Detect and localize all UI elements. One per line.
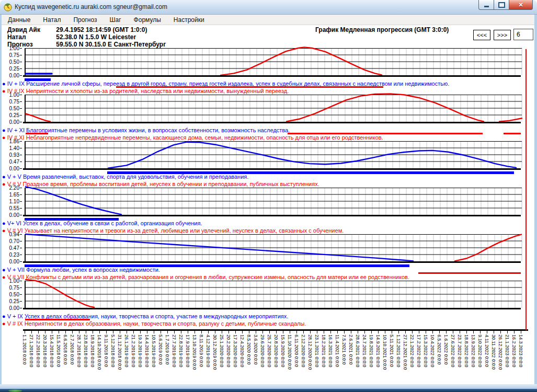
next-page-button[interactable]: >>> [494, 30, 511, 40]
date-label: 28.12.2020 0:0:0 [307, 335, 313, 370]
y-tick-label: 0.55 [0, 205, 22, 211]
date-tick [351, 331, 351, 333]
maximize-icon [498, 2, 505, 8]
window-border-left [0, 15, 2, 384]
chart-panel-V-VII: 0.940.700.470.230.00●V + VII Формула люб… [0, 234, 537, 281]
date-label: 7.5.2021 0:0:0 [341, 335, 347, 365]
date-tick [466, 331, 467, 333]
curve [221, 47, 382, 75]
menu-item-3[interactable]: Прогноз [67, 16, 103, 24]
date-label: 1.6.2022 0:0:0 [443, 335, 449, 365]
date-label: 14.4.2019 0:0:0 [144, 335, 150, 367]
y-tick-label: 0.25 [0, 112, 22, 118]
start-orb-hint [8, 389, 22, 392]
date-tick [330, 331, 331, 333]
date-label: 21.2.2019 0:0:0 [131, 335, 136, 367]
date-tick [99, 331, 100, 333]
step-input[interactable] [513, 29, 533, 40]
date-tick [127, 331, 127, 333]
formula-caption: ●V # VI Указывает на неприятности и трев… [2, 227, 530, 235]
date-label: 26.1.2019 0:0:0 [124, 335, 129, 367]
menu-item-6[interactable]: Настройки [167, 16, 211, 24]
y-tick-label: 0.50 [0, 106, 22, 111]
date-label: 30.11.2022 0:0:0 [491, 335, 496, 370]
formula-caption: ●V+ VI Успех в делах, обучение в связи с… [2, 220, 530, 227]
date-label: 16.2.2023 0:0:0 [511, 335, 517, 367]
date-tick [276, 331, 277, 333]
chart-panel-IV-XI: 1.000.750.500.250.00●IV + XI Благоприятн… [0, 95, 537, 141]
date-label: 18.2.2021 0:0:0 [321, 335, 326, 367]
window-border-bottom [0, 384, 537, 389]
formula-caption: ●IV # XI Неблагоприятные непредвиденные … [2, 134, 530, 142]
natal-label: Натал [7, 33, 54, 41]
y-tick-label: 0.25 [0, 66, 22, 72]
chart-title: График Медленная прогрессия (GMT 3:0:0) [315, 26, 449, 33]
menu-item-4[interactable]: Шаг [104, 16, 128, 24]
date-label: 15.9.2020 0:0:0 [280, 335, 285, 367]
date-label: 11.4.2021 0:0:0 [335, 335, 340, 367]
window-border-right [534, 15, 537, 384]
plot-grid [25, 48, 522, 75]
date-label: 10.5.2019 0:0:0 [151, 335, 156, 367]
close-button[interactable]: ✕ [509, 0, 533, 10]
date-tick [222, 331, 222, 333]
y-tick-label: 0.00 [0, 166, 22, 171]
menu-item-2[interactable]: Натал [37, 16, 67, 24]
date-label: 10.4.2022 0:0:0 [430, 335, 435, 367]
date-tick [52, 331, 52, 333]
minimize-button[interactable] [478, 0, 494, 10]
date-label: 27.12.2021 0:0:0 [403, 335, 408, 370]
person-birth-data: 29.4.1952 18:14:59 (GMT 1:0:0) [56, 26, 147, 33]
formula-caption-text: IV # IX Неприятности и хлопоты из-за род… [7, 88, 289, 94]
date-tick [324, 331, 324, 333]
date-tick [201, 331, 202, 333]
chart-panel-V-IX: 1.000.750.500.250.00●V + IX Успех в дела… [0, 281, 537, 327]
date-label: 31.12.2018 0:0:0 [117, 335, 122, 370]
y-tick-label: 0.00 [0, 259, 22, 264]
bullet-icon: ● [2, 267, 6, 273]
y-tick-label: 1.00 [0, 45, 22, 51]
formula-caption-text: V+ VI Успех в делах, обучение в связи с … [7, 220, 202, 226]
forecast-coords: 59.55.0 N 30.15.0 E Санкт-Петербург [56, 41, 166, 48]
date-label: 8.11.2019 0:0:0 [199, 335, 204, 367]
date-tick [59, 331, 59, 333]
date-tick [514, 331, 515, 333]
date-tick [426, 331, 426, 333]
prev-page-button[interactable]: <<< [473, 30, 490, 40]
date-tick [133, 331, 134, 333]
date-label: 15.3.2022 0:0:0 [423, 335, 428, 367]
y-tick-label: 0.70 [0, 238, 22, 244]
date-label: 22.8.2019 0:0:0 [178, 335, 184, 367]
date-tick [358, 331, 358, 333]
menu-item-5[interactable]: Формулы [128, 16, 167, 24]
chart-panel-V-VI: 2.201.651.100.550.00●V+ VI Успех в делах… [0, 188, 537, 234]
menu-bar: ДанныеНаталПрогнозШагФормулыНастройки [2, 15, 534, 25]
date-label: 1.12.2021 0:0:0 [396, 335, 401, 367]
date-label: 2.12.2020 0:0:0 [301, 335, 306, 367]
plot-grid [25, 234, 522, 261]
date-tick [337, 331, 338, 333]
date-tick [113, 331, 113, 333]
y-tick-label: 0.00 [0, 73, 22, 78]
date-tick [262, 331, 263, 333]
date-label: 23.8.2018 0:0:0 [83, 335, 88, 367]
date-label: 11.5.2018 0:0:0 [56, 335, 61, 367]
date-tick [521, 331, 521, 333]
title-bar: Куспид wavegenetic.ru auraki.com sgneur@… [0, 0, 537, 15]
menu-item-1[interactable]: Данные [2, 16, 37, 24]
date-label: 23.1.2021 0:0:0 [314, 335, 319, 367]
date-tick [473, 331, 474, 333]
formula-caption-text: V + VII Формула любви, успех в вопросах … [7, 267, 160, 273]
maximize-button[interactable] [494, 0, 509, 10]
date-tick [228, 331, 229, 333]
date-label: 27.7.2019 0:0:0 [172, 335, 177, 367]
date-label: 3.6.2020 0:0:0 [253, 335, 258, 365]
bullet-icon: ● [2, 320, 6, 327]
date-label: 21.1.2023 0:0:0 [505, 335, 510, 367]
date-label: 25.1.2020 0:0:0 [219, 335, 224, 367]
date-tick [303, 331, 304, 333]
y-tick-label: 0.47 [0, 159, 22, 165]
y-tick-label: 0.75 [0, 52, 22, 58]
y-tick-label: 0.93 [0, 152, 22, 158]
date-label: 10.10.2021 0:0:0 [382, 335, 387, 370]
